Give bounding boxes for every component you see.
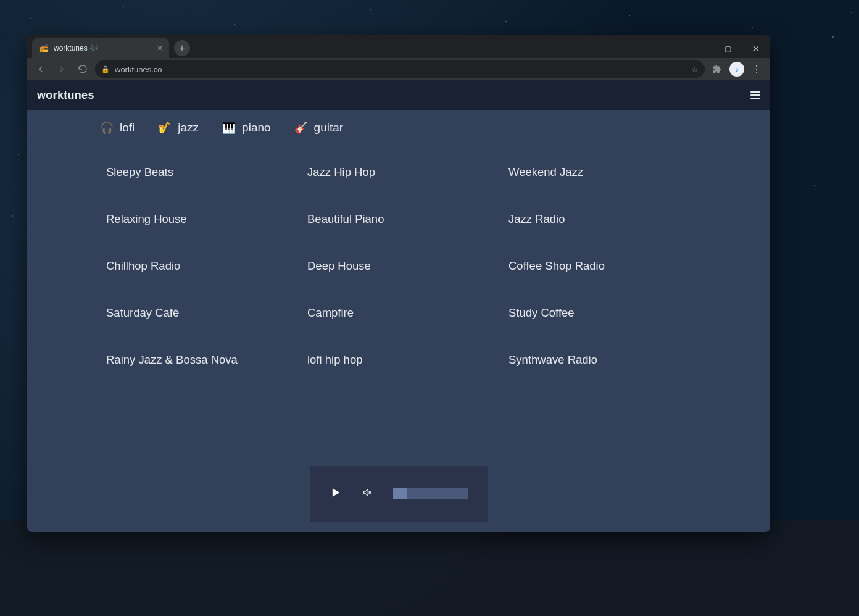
tab-close-icon[interactable]: ✕ [157,44,163,52]
station-item[interactable]: Deep House [307,259,496,273]
new-tab-button[interactable]: + [174,40,190,56]
volume-slider[interactable] [393,488,468,499]
station-item[interactable]: Jazz Radio [508,212,697,226]
headphones-icon: 🎧 [100,121,114,135]
guitar-icon: 🎸 [294,121,308,135]
filter-label: guitar [314,121,344,135]
tab-favicon-icon: 📻 [39,44,49,52]
browser-tab[interactable]: 📻 worktunes 🎶 ✕ [32,38,169,58]
filter-piano[interactable]: 🎹 piano [222,121,271,135]
nav-reload-button[interactable] [74,60,91,78]
station-item[interactable]: Jazz Hip Hop [307,165,496,179]
window-maximize-button[interactable]: ▢ [713,40,742,58]
window-close-button[interactable]: ✕ [742,40,770,58]
filter-label: piano [242,121,271,135]
window-minimize-button[interactable]: — [685,40,713,58]
station-item[interactable]: Synthwave Radio [508,353,697,367]
app-brand: worktunes [37,89,94,102]
lock-icon: 🔒 [101,65,110,73]
filter-bar: 🎧 lofi 🎷 jazz 🎹 piano 🎸 guitar [27,110,770,139]
station-item[interactable]: Beautiful Piano [307,212,496,226]
nav-forward-button[interactable] [53,60,70,78]
player-bar [310,466,488,522]
station-item[interactable]: Saturday Café [106,306,295,320]
browser-toolbar: 🔒 worktunes.co ☆ ♪ ⋮ [27,58,770,80]
station-item[interactable]: Sleepy Beats [106,165,295,179]
url-text: worktunes.co [115,65,162,74]
station-item[interactable]: lofi hip hop [307,353,496,367]
nav-back-button[interactable] [32,60,49,78]
tab-title: worktunes 🎶 [54,44,99,52]
bookmark-star-icon[interactable]: ☆ [691,65,699,74]
hamburger-menu-icon[interactable] [750,91,760,99]
browser-window: 📻 worktunes 🎶 ✕ + — ▢ ✕ 🔒 worktunes.co ☆ [27,35,770,532]
window-controls: — ▢ ✕ [685,40,770,58]
station-item[interactable]: Campfire [307,306,496,320]
browser-titlebar: 📻 worktunes 🎶 ✕ + — ▢ ✕ [27,35,770,58]
filter-label: jazz [178,121,199,135]
filter-guitar[interactable]: 🎸 guitar [294,121,344,135]
station-grid: Sleepy Beats Jazz Hip Hop Weekend Jazz R… [27,139,770,367]
extensions-icon[interactable] [708,60,726,78]
station-item[interactable]: Chillhop Radio [106,259,295,273]
station-item[interactable]: Coffee Shop Radio [508,259,697,273]
filter-label: lofi [120,121,135,135]
filter-lofi[interactable]: 🎧 lofi [100,121,135,135]
profile-avatar-icon[interactable]: ♪ [729,62,744,77]
filter-jazz[interactable]: 🎷 jazz [158,121,199,135]
volume-icon[interactable] [362,488,372,500]
app-page: worktunes 🎧 lofi 🎷 jazz 🎹 piano 🎸 guitar [27,80,770,532]
station-item[interactable]: Relaxing House [106,212,295,226]
saxophone-icon: 🎷 [158,121,172,135]
station-item[interactable]: Study Coffee [508,306,697,320]
station-item[interactable]: Rainy Jazz & Bossa Nova [106,353,295,367]
browser-menu-button[interactable]: ⋮ [748,64,765,75]
volume-fill [393,488,407,499]
station-item[interactable]: Weekend Jazz [508,165,697,179]
url-bar[interactable]: 🔒 worktunes.co ☆ [95,60,705,78]
app-header: worktunes [27,80,770,110]
piano-icon: 🎹 [222,121,236,135]
play-button[interactable] [329,486,341,501]
